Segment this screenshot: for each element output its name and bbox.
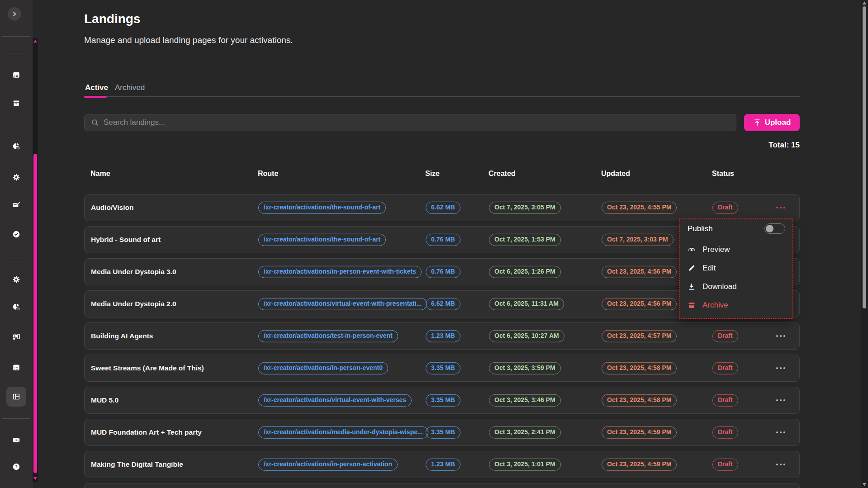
- scroll-up-icon[interactable]: [33, 40, 37, 43]
- row-status-badge: Draft: [712, 459, 738, 471]
- row-actions-button[interactable]: [773, 427, 788, 438]
- sidebar-item-rsvp[interactable]: [6, 195, 26, 215]
- row-name: Audio/Vision: [91, 204, 133, 212]
- table-row[interactable]: MUD 5.0 /xr-creator/activations/virtual-…: [84, 387, 800, 414]
- sidebar-expand-button[interactable]: [8, 7, 21, 21]
- tab-active-underline: [84, 96, 107, 98]
- sidebar-scrollbar-thumb[interactable]: [33, 154, 37, 473]
- column-header-created: Created: [489, 170, 516, 178]
- row-size-badge: 6.62 MB: [426, 298, 460, 310]
- sidebar-item-settings[interactable]: [6, 167, 26, 187]
- table-row[interactable]: Sweet Streams (Are Made of This) /xr-cre…: [84, 355, 800, 382]
- sidebar-item-archive[interactable]: [6, 93, 26, 113]
- row-route-badge: /xr-creator/activations/in-person-event0: [258, 362, 388, 374]
- eye-icon: [688, 246, 696, 254]
- scroll-down-icon[interactable]: [863, 483, 866, 486]
- download-icon: [688, 283, 696, 291]
- menu-item-label: Archive: [702, 301, 728, 310]
- ellipsis-icon: [776, 207, 778, 208]
- row-updated-badge: Oct 23, 2025, 4:55 PM: [602, 202, 677, 214]
- upload-button[interactable]: Upload: [744, 114, 800, 131]
- upload-button-label: Upload: [765, 118, 791, 127]
- row-size-badge: 1.23 MB: [426, 459, 460, 471]
- gear-icon: [12, 173, 20, 181]
- row-route-badge: /xr-creator/activations/the-sound-of-art: [258, 202, 386, 214]
- table-row[interactable]: Making The Digital Tangible /xr-creator/…: [84, 451, 800, 478]
- page-subtitle: Manage and upload landing pages for your…: [84, 35, 293, 45]
- row-actions-button[interactable]: [773, 331, 788, 341]
- row-name: Sweet Streams (Are Made of This): [91, 364, 204, 372]
- table-row[interactable]: Audio/Vision /xr-creator/activations/the…: [84, 194, 800, 221]
- publish-toggle-knob: [766, 225, 773, 232]
- tabs-divider: [84, 96, 800, 97]
- pencil-icon: [688, 264, 696, 272]
- sidebar-item-analytics-2[interactable]: [6, 297, 26, 317]
- menu-item-label: Preview: [702, 245, 730, 254]
- layout-icon: [12, 393, 20, 401]
- row-context-menu: Publish Preview Edit Download: [679, 218, 793, 319]
- sidebar-item-analytics[interactable]: [6, 136, 26, 156]
- menu-item-edit[interactable]: Edit: [680, 259, 792, 277]
- row-created-badge: Oct 7, 2025, 1:53 PM: [489, 234, 561, 246]
- sidebar-item-calendar-2[interactable]: [6, 357, 26, 377]
- tab-archived[interactable]: Archived: [115, 83, 145, 92]
- page-scrollbar-thumb[interactable]: [863, 6, 866, 308]
- row-route-badge: /xr-creator/activations/media-under-dyst…: [258, 426, 428, 439]
- sidebar-item-video[interactable]: [6, 430, 26, 450]
- pie-chart-icon: [12, 303, 20, 311]
- row-status-badge: Draft: [712, 362, 738, 374]
- film-icon: [12, 436, 20, 444]
- row-actions-button[interactable]: [773, 202, 788, 213]
- publish-toggle[interactable]: [764, 223, 785, 234]
- ellipsis-icon: [776, 335, 778, 337]
- menu-item-archive[interactable]: Archive: [680, 296, 792, 314]
- sidebar-divider: [2, 257, 30, 257]
- row-created-badge: Oct 3, 2025, 3:46 PM: [489, 394, 561, 407]
- column-header-route: Route: [258, 170, 278, 178]
- row-updated-badge: Oct 23, 2025, 4:59 PM: [602, 426, 677, 439]
- archive-icon: [688, 301, 696, 309]
- row-size-badge: 0.76 MB: [426, 234, 460, 246]
- sidebar-item-checkin[interactable]: [6, 224, 26, 244]
- sidebar-scrollbar[interactable]: [33, 38, 38, 482]
- row-name: Building AI Agents: [91, 332, 153, 340]
- row-status-badge: Draft: [712, 330, 738, 342]
- sidebar-item-help[interactable]: ?: [6, 457, 26, 477]
- row-name: Media Under Dystopia 2.0: [91, 300, 176, 308]
- scroll-down-icon[interactable]: [33, 477, 37, 480]
- row-actions-button[interactable]: [773, 395, 788, 406]
- sidebar-item-landings[interactable]: [6, 387, 26, 407]
- row-size-badge: 3.35 MB: [426, 426, 460, 439]
- media-kit-icon: [12, 333, 20, 341]
- row-actions-button[interactable]: [773, 459, 788, 470]
- row-status-badge: Draft: [712, 202, 738, 214]
- row-actions-button[interactable]: [773, 363, 788, 374]
- row-name: Hybrid - Sound of art: [91, 236, 161, 244]
- sidebar-item-calendar[interactable]: [6, 65, 26, 85]
- row-status-badge: Draft: [712, 426, 738, 439]
- sidebar-item-settings-2[interactable]: [6, 270, 26, 289]
- menu-item-download[interactable]: Download: [680, 277, 792, 296]
- row-name: MUD Foundation Art + Tech party: [91, 428, 202, 436]
- page-scrollbar[interactable]: [861, 0, 868, 488]
- table-header: Name Route Size Created Updated Status: [84, 170, 800, 179]
- sidebar-divider: [2, 53, 30, 53]
- table-row[interactable]: Building AI Agents /xr-creator/activatio…: [84, 322, 800, 350]
- scroll-up-icon[interactable]: [863, 1, 866, 5]
- upload-icon: [753, 118, 761, 127]
- sidebar-item-media[interactable]: [6, 327, 26, 347]
- gear-icon: [12, 275, 20, 284]
- search-input[interactable]: [104, 118, 736, 127]
- ellipsis-icon: [776, 367, 778, 369]
- column-header-name: Name: [90, 170, 110, 178]
- row-route-badge: /xr-creator/activations/test-in-person-e…: [258, 330, 398, 342]
- row-created-badge: Oct 6, 2025, 1:26 PM: [489, 266, 561, 278]
- menu-item-preview[interactable]: Preview: [680, 240, 792, 259]
- publish-label: Publish: [688, 224, 713, 233]
- help-icon: ?: [12, 463, 20, 471]
- row-created-badge: Oct 6, 2025, 11:31 AM: [489, 298, 564, 310]
- row-created-badge: Oct 3, 2025, 2:41 PM: [489, 426, 561, 439]
- table-row[interactable]: MUD Foundation Art + Tech party /xr-crea…: [84, 419, 800, 446]
- tab-active[interactable]: Active: [85, 83, 108, 92]
- row-updated-badge: Oct 23, 2025, 4:56 PM: [602, 266, 677, 278]
